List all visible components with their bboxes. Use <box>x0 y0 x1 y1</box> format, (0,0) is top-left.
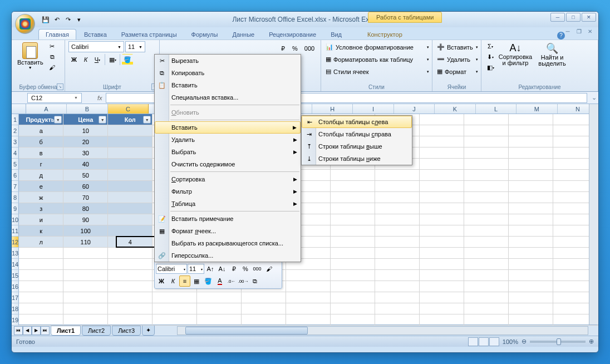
cell[interactable] <box>286 303 331 314</box>
cell[interactable] <box>464 314 509 326</box>
cell[interactable] <box>63 281 108 292</box>
cell[interactable] <box>331 314 375 326</box>
cell[interactable] <box>464 192 509 203</box>
mt-borders-icon[interactable]: ▦ <box>191 276 202 287</box>
cell[interactable] <box>509 125 553 136</box>
cell[interactable] <box>331 237 375 248</box>
cell[interactable] <box>375 270 420 281</box>
cell[interactable] <box>63 292 108 303</box>
row-header[interactable]: 9 <box>12 203 19 214</box>
row-header[interactable]: 5 <box>12 159 19 170</box>
border-button[interactable]: ▦▾ <box>107 54 118 65</box>
cell[interactable] <box>108 214 152 225</box>
tab-nav-next-icon[interactable]: ▶ <box>32 326 41 335</box>
cell[interactable]: ж <box>19 192 63 203</box>
close-button[interactable]: ✕ <box>582 13 596 22</box>
font-name-combo[interactable]: Calibri▼ <box>68 41 124 52</box>
cell[interactable] <box>509 314 553 326</box>
col-header[interactable]: M <box>516 104 557 114</box>
cell[interactable] <box>464 292 509 303</box>
sheet-tab-1[interactable]: Лист1 <box>51 326 81 336</box>
col-header[interactable]: A <box>26 104 67 114</box>
col-header[interactable]: H <box>312 104 353 114</box>
cm-delete[interactable]: Удалить▶ <box>155 134 301 146</box>
cell[interactable] <box>108 192 152 203</box>
cell[interactable] <box>286 281 331 292</box>
tab-review[interactable]: Рецензирование <box>262 29 323 40</box>
cells-insert-button[interactable]: ➕Вставить▾ <box>436 41 479 53</box>
sm-rows-below[interactable]: ⤓Строки таблицы ниже <box>302 153 412 165</box>
cell[interactable] <box>375 225 420 237</box>
clipboard-launcher-icon[interactable]: ↘ <box>57 83 63 90</box>
cell[interactable] <box>331 303 375 314</box>
cell[interactable] <box>509 248 553 259</box>
select-all-corner[interactable] <box>12 104 26 114</box>
cm-comment[interactable]: 📝Вставить примечание <box>155 213 301 225</box>
clear-icon[interactable]: ◧▾ <box>485 62 496 72</box>
cell[interactable]: и <box>19 214 63 225</box>
cell[interactable] <box>197 314 242 326</box>
cell[interactable] <box>331 203 375 214</box>
sm-rows-above[interactable]: ⤒Строки таблицы выше <box>302 140 412 153</box>
cell[interactable] <box>509 181 553 192</box>
cell[interactable] <box>108 303 152 314</box>
cell[interactable] <box>420 181 464 192</box>
cell[interactable] <box>19 248 63 259</box>
cm-paste[interactable]: 📋Вставить <box>155 79 301 91</box>
format-as-table-button[interactable]: ▦Форматировать как таблицу▾ <box>324 53 430 65</box>
cell[interactable] <box>509 292 553 303</box>
format-painter-icon[interactable]: 🖌 <box>47 62 58 72</box>
cm-paste-special[interactable]: Специальная вставка... <box>155 91 301 104</box>
cell[interactable] <box>19 292 63 303</box>
cell[interactable] <box>108 170 152 181</box>
autosum-icon[interactable]: Σ▾ <box>485 41 496 51</box>
row-header[interactable]: 7 <box>12 181 19 192</box>
row-header[interactable]: 16 <box>12 281 19 292</box>
cell[interactable]: 90 <box>63 214 108 225</box>
cell[interactable] <box>375 170 420 181</box>
qat-redo-icon[interactable]: ↷ <box>63 14 73 24</box>
tab-nav-last-icon[interactable]: ⏭ <box>41 326 50 335</box>
cell[interactable] <box>509 214 553 225</box>
expand-formula-bar-icon[interactable]: ⌄ <box>589 94 598 101</box>
office-button[interactable] <box>15 14 35 34</box>
cell[interactable] <box>242 292 286 303</box>
tab-insert[interactable]: Вставка <box>77 29 114 40</box>
cell[interactable] <box>420 259 464 270</box>
fill-icon[interactable]: ⬇▾ <box>485 52 496 62</box>
sm-cols-left[interactable]: ⇤Столбцы таблицы слева <box>302 116 412 128</box>
mt-currency-icon[interactable]: ₽ <box>228 263 239 274</box>
cell[interactable] <box>420 292 464 303</box>
cell[interactable] <box>464 303 509 314</box>
cell[interactable]: Продукты▼ <box>19 114 63 125</box>
cell[interactable] <box>420 303 464 314</box>
cell[interactable] <box>375 259 420 270</box>
cell[interactable] <box>331 281 375 292</box>
cell[interactable] <box>420 192 464 203</box>
cell[interactable] <box>108 270 152 281</box>
row-header[interactable]: 8 <box>12 192 19 203</box>
cell[interactable]: д <box>19 170 63 181</box>
mt-fill-color-icon[interactable]: 🪣 <box>203 276 214 287</box>
col-header[interactable]: I <box>353 104 393 114</box>
cell[interactable] <box>63 270 108 281</box>
cell[interactable]: 50 <box>63 170 108 181</box>
cell[interactable] <box>331 259 375 270</box>
cell[interactable] <box>420 248 464 259</box>
cell[interactable] <box>63 259 108 270</box>
underline-button[interactable]: Ч▾ <box>92 54 103 65</box>
cell[interactable] <box>286 314 331 326</box>
cell[interactable]: Кол▼ <box>108 114 152 125</box>
filter-dropdown-icon[interactable]: ▼ <box>54 116 62 124</box>
cell[interactable] <box>63 314 108 326</box>
qat-save-icon[interactable]: 💾 <box>41 14 51 24</box>
cell[interactable] <box>509 281 553 292</box>
cell[interactable] <box>464 281 509 292</box>
cell[interactable]: 40 <box>63 159 108 170</box>
mt-increase-decimal-icon[interactable]: .00→ <box>238 276 249 287</box>
qat-undo-icon[interactable]: ↶ <box>52 14 62 24</box>
vertical-scrollbar[interactable] <box>589 104 598 324</box>
cell[interactable]: 10 <box>63 125 108 136</box>
row-header[interactable]: 19 <box>12 314 19 326</box>
filter-dropdown-icon[interactable]: ▼ <box>143 116 151 124</box>
